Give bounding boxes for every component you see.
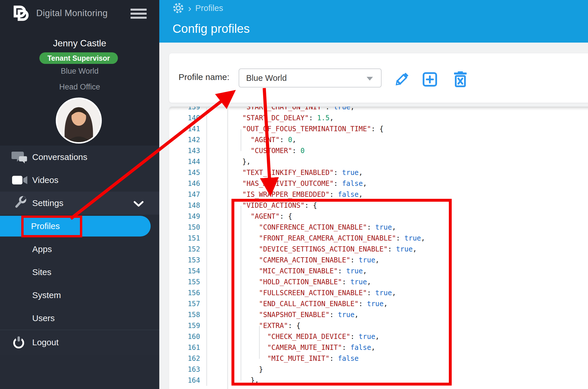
- code-line: 150 "CONFERENCE_ACTION_ENABLE": true,: [169, 222, 588, 233]
- line-number: 163: [169, 364, 207, 375]
- code-line: 147 "IS_WRAPPER_EMBEDDED": false,: [169, 189, 588, 200]
- line-number: 159: [169, 320, 207, 331]
- chat-bubbles-icon: [12, 150, 30, 164]
- profile-select-value: Blue World: [246, 73, 287, 83]
- code-line: 148 "VIDEO_ACTIONS": {: [169, 200, 588, 211]
- config-editor: 139 "START_CHAT_ON_INIT": true,140 "STAR…: [169, 106, 588, 389]
- sidebar-item-conversations[interactable]: Conversations: [0, 146, 159, 169]
- brand-row: Digital Monitoring: [0, 0, 159, 26]
- power-icon: [12, 335, 30, 350]
- app-logo-icon: [12, 3, 30, 23]
- sidebar-item-label: System: [32, 290, 61, 300]
- code-line: 164 },: [169, 375, 588, 386]
- breadcrumb-profiles[interactable]: Profiles: [195, 3, 223, 13]
- page-header: › Profiles Config profiles: [159, 0, 588, 43]
- sidebar-item-apps[interactable]: Apps: [0, 238, 159, 261]
- line-number: 150: [169, 222, 207, 233]
- delete-trash-icon: [453, 71, 468, 87]
- code-line: 152 "DEVICE_SETTINGS_ACTION_ENABLE": tru…: [169, 244, 588, 255]
- sidebar-item-label: Logout: [32, 337, 59, 347]
- line-number: 144: [169, 156, 207, 167]
- sidebar: Digital Monitoring Jenny Castle Tenant S…: [0, 0, 159, 389]
- code-line: 140 "START_DC_DELAY": 1.5,: [169, 112, 588, 123]
- profile-select[interactable]: Blue World: [239, 68, 382, 87]
- code-line: 158 "SNAPSHOT_ENABLE": true,: [169, 309, 588, 320]
- line-number: 151: [169, 233, 207, 244]
- wrench-icon: [12, 195, 30, 211]
- select-caret-icon: [367, 77, 373, 81]
- main-area: › Profiles Config profiles Profile name:…: [159, 0, 588, 389]
- code-line: 157 "END_CALL_ACTION_ENABLE": true,: [169, 298, 588, 309]
- line-number: 161: [169, 342, 207, 353]
- line-number: 154: [169, 266, 207, 277]
- code-line: 154 "MIC_ACTION_ENABLE": true,: [169, 266, 588, 277]
- code-line: 155 "HOLD_ACTION_ENABLE": true,: [169, 277, 588, 287]
- sidebar-item-videos[interactable]: Videos: [0, 169, 159, 192]
- sidebar-item-label: Profiles: [31, 221, 60, 231]
- user-tenant: Blue World: [0, 67, 159, 76]
- profile-name-label: Profile name:: [179, 72, 229, 82]
- profile-selector-card: Profile name: Blue World: [169, 53, 588, 103]
- line-number: 155: [169, 277, 207, 287]
- code-area[interactable]: 139 "START_CHAT_ON_INIT": true,140 "STAR…: [169, 106, 588, 386]
- code-line: 151 "FRONT_REAR_CAMERA_ACTION_ENABLE": t…: [169, 233, 588, 244]
- code-line: 162 "MIC_MUTE_INIT": false: [169, 353, 588, 364]
- code-line: 142 "AGENT": 0,: [169, 134, 588, 145]
- sidebar-item-label: Sites: [32, 267, 51, 277]
- line-number: 140: [169, 112, 207, 123]
- sidebar-item-label: Conversations: [32, 152, 87, 162]
- code-line: 163 }: [169, 364, 588, 375]
- breadcrumb-separator: ›: [188, 4, 191, 12]
- add-plus-icon: [422, 72, 438, 87]
- avatar: [56, 98, 102, 144]
- line-number: 149: [169, 211, 207, 222]
- hamburger-menu-icon[interactable]: [131, 9, 147, 20]
- code-line: 149 "AGENT": {: [169, 211, 588, 222]
- code-line: 144 },: [169, 156, 588, 167]
- add-profile-button[interactable]: [422, 71, 438, 88]
- sidebar-item-sites[interactable]: Sites: [0, 261, 159, 284]
- role-badge: Tenant Supervisor: [39, 52, 118, 64]
- sidebar-item-logout[interactable]: Logout: [0, 330, 159, 355]
- app-root: Digital Monitoring Jenny Castle Tenant S…: [0, 0, 588, 389]
- sidebar-item-system[interactable]: System: [0, 284, 159, 307]
- code-line: 146 "HAS_ACTIVITY_OUTCOME": false,: [169, 178, 588, 189]
- code-line: 143 "CUSTOMER": 0: [169, 145, 588, 156]
- sidebar-item-settings[interactable]: Settings: [0, 192, 159, 215]
- edit-pencil-icon: [394, 71, 410, 87]
- code-line: 141 "OUT_OF_FOCUS_TERMINATION_TIME": {: [169, 123, 588, 134]
- code-line: 159 "EXTRA": {: [169, 320, 588, 331]
- line-number: 164: [169, 375, 207, 386]
- line-number: 148: [169, 200, 207, 211]
- page-title: Config profiles: [173, 22, 250, 36]
- delete-profile-button[interactable]: [452, 71, 469, 88]
- code-line: 153 "CAMERA_ACTION_ENABLE": true,: [169, 255, 588, 266]
- sidebar-row-profiles: Profiles: [0, 215, 159, 238]
- sidebar-item-users[interactable]: Users: [0, 307, 159, 330]
- line-number: 141: [169, 123, 207, 134]
- sidebar-item-label: Videos: [32, 175, 58, 185]
- line-number: 158: [169, 309, 207, 320]
- sidebar-item-profiles[interactable]: Profiles: [0, 216, 151, 237]
- user-name: Jenny Castle: [0, 38, 159, 49]
- sidebar-item-label: Apps: [32, 244, 52, 254]
- video-camera-icon: [12, 174, 30, 186]
- sidebar-item-label: Settings: [32, 198, 63, 208]
- app-title: Digital Monitoring: [36, 8, 108, 18]
- sidebar-item-label: Users: [32, 313, 55, 323]
- edit-profile-button[interactable]: [393, 71, 410, 88]
- breadcrumb: › Profiles: [173, 2, 223, 14]
- line-number: 152: [169, 244, 207, 255]
- code-line: 161 "CAMERA_MUTE_INIT": false,: [169, 342, 588, 353]
- line-number: 162: [169, 353, 207, 364]
- line-number: 157: [169, 298, 207, 309]
- code-line: 145 "TEXT_LINKIFY_ENABLED": true,: [169, 167, 588, 178]
- chevron-down-icon: [133, 200, 144, 209]
- line-number: 146: [169, 178, 207, 189]
- code-line: 139 "START_CHAT_ON_INIT": true,: [169, 106, 588, 112]
- line-number: 160: [169, 331, 207, 342]
- line-number: 156: [169, 287, 207, 298]
- code-line: 160 "CHECK_MEDIA_DEVICE": true,: [169, 331, 588, 342]
- gear-icon[interactable]: [173, 2, 184, 14]
- line-number: 147: [169, 189, 207, 200]
